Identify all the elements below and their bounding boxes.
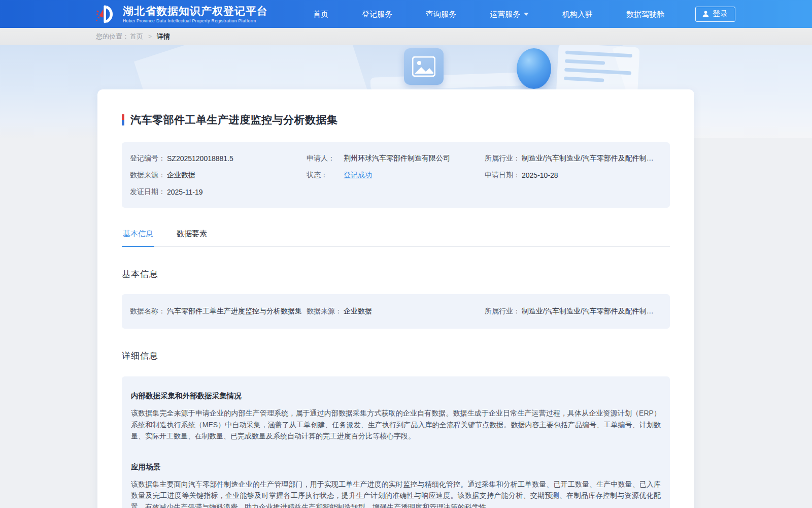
breadcrumb-separator-icon: > bbox=[148, 33, 152, 40]
chevron-down-icon bbox=[524, 13, 529, 16]
section-title: 应用场景 bbox=[131, 462, 661, 472]
field-value: 2025-11-19 bbox=[167, 188, 203, 196]
field-apply-date: 申请日期： 2025-10-28 bbox=[485, 167, 662, 183]
page-title: 汽车零部件工单生产进度监控与分析数据集 bbox=[130, 113, 338, 127]
user-icon bbox=[702, 10, 709, 18]
section-title: 内部数据采集和外部数据采集情况 bbox=[131, 391, 661, 401]
top-navbar: 湖北省数据知识产权登记平台 Hubei Province Data Intell… bbox=[0, 0, 812, 28]
field-label: 状态： bbox=[307, 171, 344, 180]
nav-item-institution-onboarding[interactable]: 机构入驻 bbox=[546, 0, 610, 28]
detail-info-heading: 详细信息 bbox=[122, 350, 670, 362]
basic-info-card: 数据名称： 汽车零部件工单生产进度监控与分析数据集 数据来源： 企业数据 所属行… bbox=[122, 294, 670, 329]
field-value: 企业数据 bbox=[167, 171, 195, 180]
basic-info-heading: 基本信息 bbox=[122, 268, 670, 280]
field-value: 制造业/汽车制造业/汽车零部件及配件制… bbox=[522, 307, 654, 316]
detail-section-collection: 内部数据采集和外部数据采集情况 该数据集完全来源于申请企业的内部生产管理系统，属… bbox=[131, 391, 661, 442]
field-data-source: 数据来源： 企业数据 bbox=[307, 303, 485, 320]
platform-subtitle: Hubei Province Data Intellectual Propert… bbox=[123, 18, 268, 23]
title-accent-bar bbox=[122, 114, 124, 125]
field-label: 所属行业： bbox=[485, 307, 522, 316]
nav-label: 首页 bbox=[313, 0, 328, 28]
breadcrumb-prefix: 您的位置： bbox=[96, 32, 129, 41]
field-label: 申请人： bbox=[307, 154, 344, 163]
section-body: 该数据集完全来源于申请企业的内部生产管理系统，属于通过内部数据采集方式获取的企业… bbox=[131, 407, 661, 442]
nav-item-registration-services[interactable]: 登记服务 bbox=[345, 0, 409, 28]
section-body: 该数据集主要面向汽车零部件制造企业的生产管理部门，用于实现工单生产进度的实时监控… bbox=[131, 479, 661, 508]
field-label: 数据来源： bbox=[130, 171, 167, 180]
banner-sphere bbox=[517, 48, 551, 89]
field-applicant: 申请人： 荆州环球汽车零部件制造有限公司 bbox=[307, 150, 485, 167]
brand[interactable]: 湖北省数据知识产权登记平台 Hubei Province Data Intell… bbox=[94, 3, 268, 25]
field-value: 2025-10-28 bbox=[522, 171, 558, 179]
platform-title: 湖北省数据知识产权登记平台 bbox=[123, 5, 268, 17]
field-reg-no: 登记编号： SZ2025120018881.5 bbox=[130, 150, 307, 167]
breadcrumb: 您的位置： 首页 > 详情 bbox=[0, 28, 812, 45]
detail-panel: 汽车零部件工单生产进度监控与分析数据集 登记编号： SZ202512001888… bbox=[97, 89, 694, 508]
nav-label: 数据驾驶舱 bbox=[626, 0, 664, 28]
field-value: 企业数据 bbox=[344, 307, 372, 316]
detail-info-card: 内部数据采集和外部数据采集情况 该数据集完全来源于申请企业的内部生产管理系统，属… bbox=[122, 376, 670, 508]
banner-image-icon bbox=[404, 48, 444, 85]
banner-shelf-shape bbox=[370, 72, 538, 91]
nav-item-query-services[interactable]: 查询服务 bbox=[409, 0, 473, 28]
breadcrumb-home-link[interactable]: 首页 bbox=[130, 32, 143, 41]
nav-label: 运营服务 bbox=[490, 0, 520, 28]
field-label: 数据名称： bbox=[130, 307, 167, 316]
nav-item-home[interactable]: 首页 bbox=[296, 0, 345, 28]
field-value: SZ2025120018881.5 bbox=[167, 154, 233, 163]
field-industry: 所属行业： 制造业/汽车制造业/汽车零部件及配件制… bbox=[485, 303, 662, 320]
registration-summary-card: 登记编号： SZ2025120018881.5 申请人： 荆州环球汽车零部件制造… bbox=[122, 142, 670, 208]
field-status: 状态： 登记成功 bbox=[307, 167, 485, 183]
field-issue-date: 发证日期： 2025-11-19 bbox=[130, 183, 307, 200]
tab-data-elements[interactable]: 数据要素 bbox=[176, 229, 208, 246]
main-nav: 首页 登记服务 查询服务 运营服务 机构入驻 数据驾驶舱 bbox=[296, 0, 681, 28]
breadcrumb-current: 详情 bbox=[157, 32, 170, 41]
field-data-name: 数据名称： 汽车零部件工单生产进度监控与分析数据集 bbox=[130, 303, 307, 320]
detail-tabs: 基本信息 数据要素 bbox=[122, 229, 670, 247]
login-label: 登录 bbox=[713, 9, 728, 19]
field-value: 荆州环球汽车零部件制造有限公司 bbox=[344, 154, 450, 163]
field-label: 数据来源： bbox=[307, 307, 344, 316]
tab-basic-info[interactable]: 基本信息 bbox=[122, 229, 154, 247]
field-industry: 所属行业： 制造业/汽车制造业/汽车零部件及配件制… bbox=[485, 150, 662, 167]
nav-label: 登记服务 bbox=[362, 0, 392, 28]
field-label: 发证日期： bbox=[130, 187, 167, 197]
platform-logo-icon bbox=[94, 3, 118, 25]
field-label: 登记编号： bbox=[130, 154, 167, 163]
nav-label: 查询服务 bbox=[426, 0, 456, 28]
field-label: 申请日期： bbox=[485, 171, 522, 180]
field-label: 所属行业： bbox=[485, 154, 522, 163]
field-data-source: 数据来源： 企业数据 bbox=[130, 167, 307, 183]
nav-item-data-dashboard[interactable]: 数据驾驶舱 bbox=[610, 0, 681, 28]
login-button[interactable]: 登录 bbox=[695, 7, 735, 22]
detail-title-row: 汽车零部件工单生产进度监控与分析数据集 bbox=[122, 113, 670, 127]
field-value: 汽车零部件工单生产进度监控与分析数据集 bbox=[167, 307, 302, 316]
nav-label: 机构入驻 bbox=[562, 0, 593, 28]
field-value: 制造业/汽车制造业/汽车零部件及配件制… bbox=[522, 154, 654, 163]
status-link[interactable]: 登记成功 bbox=[344, 171, 372, 180]
nav-item-operation-services[interactable]: 运营服务 bbox=[473, 0, 546, 28]
detail-section-application: 应用场景 该数据集主要面向汽车零部件制造企业的生产管理部门，用于实现工单生产进度… bbox=[131, 462, 661, 508]
brand-text: 湖北省数据知识产权登记平台 Hubei Province Data Intell… bbox=[123, 5, 268, 23]
